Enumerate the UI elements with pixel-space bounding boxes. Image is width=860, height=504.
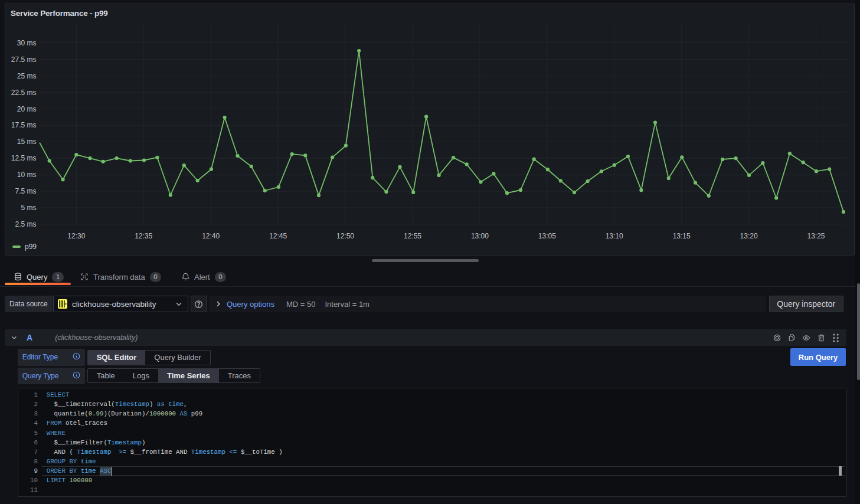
svg-text:5 ms: 5 ms xyxy=(21,204,36,212)
svg-text:12.5 ms: 12.5 ms xyxy=(11,154,37,162)
svg-text:12:30: 12:30 xyxy=(67,232,85,240)
svg-text:22.5 ms: 22.5 ms xyxy=(11,89,37,97)
svg-text:13:05: 13:05 xyxy=(538,232,556,240)
svg-text:7.5 ms: 7.5 ms xyxy=(15,187,36,195)
svg-text:12:50: 12:50 xyxy=(336,232,354,240)
svg-text:30 ms: 30 ms xyxy=(17,39,37,47)
svg-text:12:40: 12:40 xyxy=(202,232,220,240)
svg-text:15 ms: 15 ms xyxy=(17,138,37,146)
svg-text:25 ms: 25 ms xyxy=(17,72,37,80)
svg-text:13:25: 13:25 xyxy=(807,232,825,240)
svg-text:17.5 ms: 17.5 ms xyxy=(11,121,37,129)
svg-text:13:10: 13:10 xyxy=(606,232,623,240)
svg-text:13:00: 13:00 xyxy=(471,232,489,240)
svg-text:13:20: 13:20 xyxy=(740,232,758,240)
svg-text:12:35: 12:35 xyxy=(135,232,152,240)
svg-text:12:55: 12:55 xyxy=(404,232,421,240)
svg-text:12:45: 12:45 xyxy=(269,232,287,240)
svg-text:27.5 ms: 27.5 ms xyxy=(11,55,37,64)
svg-text:10 ms: 10 ms xyxy=(17,171,37,179)
svg-text:2.5 ms: 2.5 ms xyxy=(15,220,36,228)
svg-text:13:15: 13:15 xyxy=(673,232,691,240)
svg-text:20 ms: 20 ms xyxy=(17,105,37,113)
